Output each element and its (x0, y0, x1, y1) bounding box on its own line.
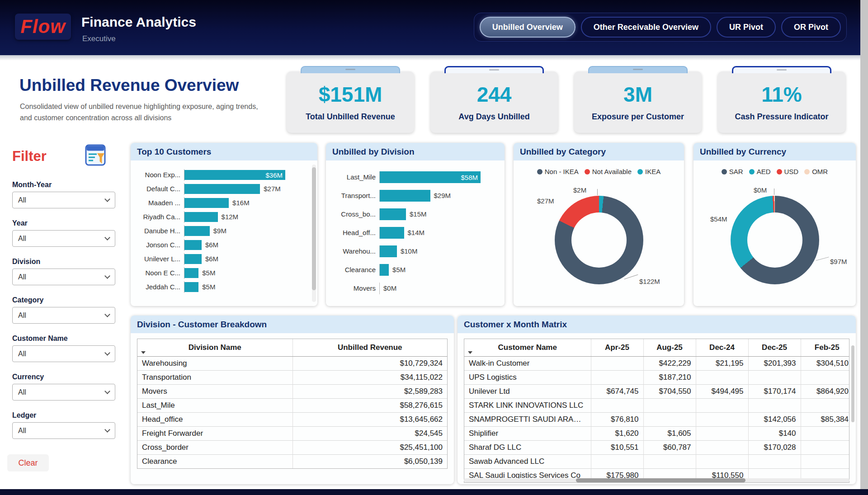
bar-track: $10M (379, 245, 481, 257)
table-row[interactable]: SNAMPROGETTI SAUDI ARABIA CO.LTD$76,810$… (464, 412, 849, 426)
filter-field-label: Category (12, 296, 115, 304)
donut-callout: $97M (830, 258, 847, 265)
vertical-scrollbar[interactable] (851, 343, 854, 438)
clear-filters-button[interactable]: Clear (7, 454, 49, 471)
bar[interactable] (184, 212, 218, 222)
legend-item[interactable]: IKEA (637, 168, 660, 175)
column-header-month[interactable]: Feb-25 (801, 339, 849, 356)
column-header-division-name[interactable]: Division Name (137, 339, 292, 356)
bar-row: Default C... $27M (131, 182, 317, 196)
table-row[interactable]: Warehousing$10,729,324 (137, 356, 447, 370)
chevron-down-icon (104, 196, 110, 202)
scrollbar-thumb[interactable] (851, 345, 854, 422)
card-title: Customer x Month Matrix (458, 316, 856, 333)
donut-callout: $0M (754, 186, 767, 194)
category-select[interactable]: All (12, 307, 115, 324)
customer-name-select[interactable]: All (12, 345, 115, 362)
bar[interactable] (184, 184, 260, 194)
bottom-bar (0, 489, 868, 495)
kpi-label: Cash Pressure Indicator (718, 112, 845, 122)
sort-icon[interactable] (468, 351, 472, 354)
chevron-down-icon (104, 235, 110, 240)
bar[interactable] (184, 240, 202, 250)
bar-row: Riyadh Ca... $12M (131, 210, 317, 224)
kpi-avg-days-unbilled: 244 Avg Days Unbilled (430, 71, 558, 133)
bar[interactable] (184, 268, 198, 278)
tab-unbilled-overview[interactable]: Unbilled Overview (480, 17, 576, 38)
scrollbar-thumb[interactable] (312, 167, 316, 290)
select-value: All (18, 311, 26, 320)
table-row[interactable]: Sawab Advanced LLC (464, 454, 849, 468)
bar-row: Danube H... $9M (131, 224, 317, 238)
bar[interactable] (184, 226, 210, 236)
bar-category-label: Warehou... (331, 247, 379, 255)
legend-item[interactable]: SAR (722, 168, 743, 175)
legend-item[interactable]: Non - IKEA (537, 168, 579, 175)
scrollbar-thumb[interactable] (576, 478, 745, 482)
bar[interactable] (184, 254, 202, 264)
column-header-month[interactable]: Dec-24 (696, 339, 748, 356)
table-row[interactable]: Sharaf DG LLC$10,551$60,787$170,028 (464, 440, 849, 454)
legend-label: Non - IKEA (545, 168, 579, 175)
vertical-scrollbar[interactable] (312, 165, 316, 302)
ledger-select[interactable]: All (12, 422, 115, 439)
table-row[interactable]: Clearance$6,050,139 (137, 454, 447, 468)
table-row[interactable]: Shiplifier$1,620$1,605$140 (464, 426, 849, 440)
app-logo: Flow (15, 14, 71, 40)
column-header-month[interactable]: Dec-25 (748, 339, 801, 356)
nav-tab-group: Unbilled Overview Other Receivable Overv… (474, 13, 847, 42)
table-row[interactable]: Movers$2,589,283 (137, 384, 447, 398)
table-row[interactable]: Unilever Ltd$674,745$704,550$494,495$170… (464, 384, 849, 398)
bar-category-label: Default C... (136, 185, 184, 193)
bar-value-label: $27M (264, 185, 281, 193)
bar[interactable] (380, 208, 406, 220)
year-select[interactable]: All (12, 230, 115, 247)
header-shadow (0, 55, 860, 61)
horizontal-scrollbar[interactable] (464, 478, 849, 482)
column-header-month[interactable]: Aug-25 (643, 339, 696, 356)
chevron-down-icon (104, 388, 110, 394)
legend-dot (537, 169, 542, 174)
bar-track: $5M (184, 267, 285, 279)
division-select[interactable]: All (12, 269, 115, 285)
table-row[interactable]: Walk-in Customer$422,229$21,195$201,393$… (464, 356, 849, 370)
column-header-customer-name[interactable]: Customer Name (464, 339, 591, 356)
currency-donut-chart[interactable] (731, 196, 819, 284)
callout-line (624, 274, 638, 279)
table-row[interactable]: UPS Logistics$187,210 (464, 370, 849, 384)
tab-ur-pivot[interactable]: UR Pivot (717, 17, 776, 38)
table-row[interactable]: Freight Forwarder$24,545 (137, 426, 447, 440)
bar[interactable] (380, 227, 404, 239)
legend-item[interactable]: USD (777, 168, 799, 175)
bar-row: Jonson C... $6M (131, 238, 317, 252)
filter-field-customer-name: Customer Name All (12, 335, 115, 362)
bar[interactable] (380, 245, 397, 257)
bar[interactable] (184, 198, 229, 208)
bar-row: Unilever L... $6M (131, 252, 317, 266)
sort-icon[interactable] (141, 351, 146, 354)
bar[interactable] (380, 264, 389, 276)
tab-or-pivot[interactable]: OR Pivot (781, 17, 841, 38)
bar[interactable] (380, 190, 430, 202)
legend-item[interactable]: AED (749, 168, 771, 175)
column-header-unbilled-revenue[interactable]: Unbilled Revenue (292, 339, 447, 356)
table-row[interactable]: Cross_border$25,451,100 (137, 440, 447, 454)
bar[interactable]: $58M (380, 171, 481, 183)
month-year-select[interactable]: All (12, 192, 115, 208)
tab-other-receivable-overview[interactable]: Other Receivable Overview (581, 17, 711, 38)
legend-item[interactable]: Not Available (585, 168, 632, 175)
legend-label: OMR (812, 168, 828, 175)
filter-field-division: Division All (12, 258, 115, 285)
bar[interactable]: $36M (184, 170, 285, 180)
currency-select[interactable]: All (12, 384, 115, 401)
category-donut-chart[interactable] (555, 196, 643, 284)
bar-category-label: Riyadh Ca... (136, 213, 184, 221)
table-row[interactable]: Transportation$34,115,022 (137, 370, 447, 384)
table-row[interactable]: Head_office$13,645,662 (137, 412, 447, 426)
table-row[interactable]: STARK LINK INNOVATIONS LLC (464, 398, 849, 412)
table-row[interactable]: Last_Mile$58,276,615 (137, 398, 447, 412)
bar[interactable] (184, 282, 198, 292)
legend-item[interactable]: OMR (804, 168, 828, 175)
column-header-month[interactable]: Apr-25 (591, 339, 643, 356)
kpi-card-tab (732, 66, 831, 73)
